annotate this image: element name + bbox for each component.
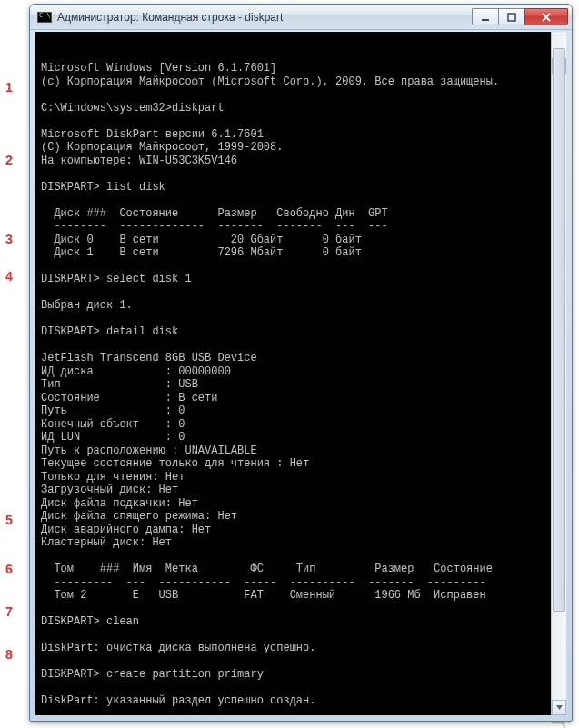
terminal-line (41, 655, 566, 669)
terminal-line: Microsoft Windows [Version 6.1.7601] (41, 62, 566, 75)
cmd-icon (37, 12, 52, 23)
terminal-line: Тип : USB (41, 378, 566, 392)
terminal-line (41, 194, 566, 207)
terminal-line: На компьютере: WIN-U53C3K5V146 (41, 155, 566, 168)
window-controls (473, 8, 568, 25)
scroll-thumb[interactable] (553, 48, 565, 612)
terminal-line: Состояние : В сети (41, 392, 566, 405)
terminal-line: Путь к расположению : UNAVAILABLE (41, 444, 566, 458)
terminal-line (41, 550, 566, 563)
terminal-line (41, 708, 566, 716)
terminal-line (41, 682, 566, 695)
step-label-2: 2 (5, 153, 13, 167)
terminal-line: Диск ### Состояние Размер Свободно Дин G… (41, 207, 566, 221)
terminal-line: Диск 1 В сети 7296 Mбайт 0 байт (41, 246, 566, 260)
svg-rect-1 (508, 14, 515, 21)
terminal-line: Кластерный диск: Нет (41, 536, 566, 550)
step-label-8: 8 (5, 647, 13, 662)
terminal-line: Microsoft DiskPart версии 6.1.7601 (41, 128, 566, 142)
terminal-line: Диск файла подкачки: Нет (41, 497, 566, 511)
terminal-output[interactable]: Microsoft Windows [Version 6.1.7601](c) … (35, 32, 566, 715)
terminal-line: DiskPart: указанный раздел успешно созда… (41, 694, 566, 708)
terminal-line: -------- ------------- ------- ------- -… (41, 220, 566, 234)
terminal-line: DISKPART> select disk 1 (41, 273, 566, 286)
terminal-line: Том 2 E USB FAT Сменный 1966 Mб Исправен (41, 589, 566, 603)
terminal-line: Путь : 0 (41, 404, 566, 418)
terminal-line: Диск аварийного дампа: Нет (41, 524, 566, 537)
scroll-down-button[interactable] (552, 700, 566, 715)
terminal-line (41, 167, 566, 181)
terminal-line (41, 286, 566, 300)
step-label-7: 7 (5, 604, 13, 619)
terminal-line: DISKPART> create partition primary (41, 668, 566, 682)
window-title: Администратор: Командная строка - diskpa… (57, 11, 473, 24)
terminal-line: Конечный объект : 0 (41, 418, 566, 432)
terminal-line: JetFlash Transcend 8GB USB Device (41, 352, 566, 365)
terminal-line (41, 88, 566, 102)
step-label-1: 1 (5, 80, 13, 95)
terminal-line: DISKPART> list disk (41, 181, 566, 194)
step-label-3: 3 (5, 232, 13, 246)
terminal-line (41, 313, 566, 326)
terminal-line: Загрузочный диск: Нет (41, 484, 566, 497)
step-label-4: 4 (5, 269, 13, 284)
terminal-line: Том ### Имя Метка ФС Тип Размер Состояни… (41, 563, 566, 576)
terminal-line: Только для чтения: Нет (41, 471, 566, 484)
terminal-line: C:\Windows\system32>diskpart (41, 102, 566, 115)
vertical-scrollbar[interactable] (551, 32, 566, 715)
terminal-line (41, 339, 566, 353)
terminal-line: (C) Корпорация Майкрософт, 1999-2008. (41, 141, 566, 155)
terminal-line: DiskPart: очистка диска выполнена успешн… (41, 642, 566, 655)
terminal-line (41, 603, 566, 616)
terminal-line: --------- --- ----------- ----- --------… (41, 576, 566, 590)
svg-marker-5 (556, 705, 563, 710)
close-button[interactable] (524, 8, 568, 25)
terminal-line: Диск файла спящего режима: Нет (41, 510, 566, 524)
titlebar[interactable]: Администратор: Командная строка - diskpa… (30, 5, 572, 30)
minimize-button[interactable] (472, 8, 499, 25)
cmd-window: Администратор: Командная строка - diskpa… (29, 4, 573, 722)
terminal-line: Выбран диск 1. (41, 299, 566, 313)
terminal-line (41, 629, 566, 643)
terminal-line: Диск 0 В сети 20 Gбайт 0 байт (41, 234, 566, 247)
step-label-6: 6 (5, 562, 13, 576)
terminal-line: Текущее состояние только для чтения : Не… (41, 457, 566, 471)
terminal-line (41, 260, 566, 274)
step-annotations: 12345678 (0, 0, 29, 728)
terminal-line (41, 115, 566, 128)
terminal-line: DISKPART> clean (41, 615, 566, 629)
terminal-line: (c) Корпорация Майкрософт (Microsoft Cor… (41, 75, 566, 89)
terminal-line: ИД LUN : 0 (41, 431, 566, 444)
terminal-line: DISKPART> detail disk (41, 325, 566, 339)
svg-rect-0 (482, 19, 489, 21)
step-label-5: 5 (5, 513, 13, 527)
maximize-button[interactable] (498, 8, 525, 25)
terminal-line: ИД диска : 00000000 (41, 365, 566, 379)
